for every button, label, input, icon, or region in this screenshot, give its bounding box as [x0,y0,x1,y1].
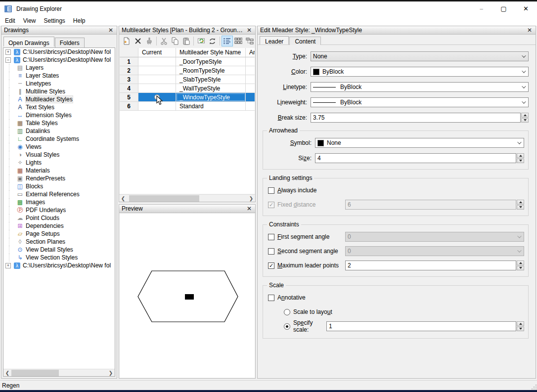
spin-up-icon[interactable] [517,261,524,265]
style-name-cell[interactable]: _DoorTypeStyle [176,57,246,66]
icons-view-button[interactable] [233,36,244,46]
scroll-right-icon[interactable]: ❯ [247,195,255,202]
maximum-leader-points-spinner[interactable]: 2 [345,261,524,270]
tree-item-datalinks[interactable]: ▥Datalinks [3,127,115,135]
spin-up-icon[interactable] [517,153,524,158]
type-combo[interactable]: None [311,51,529,61]
linetype-combo[interactable]: ByBlock [311,82,529,92]
spin-up-icon[interactable] [521,113,529,118]
refresh-button[interactable] [207,36,218,46]
tree-item-views[interactable]: ◉Views [3,143,115,151]
current-cell[interactable] [138,75,176,84]
scroll-left-icon[interactable]: ❮ [3,369,11,377]
menu-edit[interactable]: Edit [1,16,19,25]
color-combo[interactable]: ByBlock [311,67,529,77]
table-row[interactable]: 4_WallTypeStyle [120,84,255,93]
resize-grip[interactable] [531,384,537,390]
current-cell[interactable] [138,93,176,101]
annotative-cell[interactable] [246,57,255,66]
spin-down-icon[interactable] [517,266,524,271]
column-header-Multileader Style Name[interactable]: Multileader Style Name [176,48,246,57]
tree-item-view-section-styles[interactable]: ↳View Section Styles [3,254,115,261]
specify-scale-spinner[interactable]: 1 [326,321,524,331]
style-name-cell[interactable]: _WindowTypeStyle [176,93,246,101]
tree-item-c-users-bricsys-desktop-new-fo[interactable]: +λC:\Users\bricsys\Desktop\New fol [3,261,115,269]
first-segment-angle-checkbox[interactable] [268,234,274,240]
paste-button[interactable] [181,36,192,46]
tree-item-pdf-underlays[interactable]: ⓅPDF Underlays [3,206,115,214]
tab-open-drawings[interactable]: Open Drawings [3,37,54,46]
new-style-button[interactable] [121,36,133,46]
close-button[interactable]: ✕ [515,1,537,16]
tree-item-dependencies[interactable]: ⊞Dependencies [3,222,115,230]
details-view-button[interactable] [222,36,233,46]
current-style-radio[interactable] [154,94,160,100]
menu-help[interactable]: Help [69,16,90,25]
tree-item-dimension-styles[interactable]: ↔Dimension Styles [3,111,115,119]
column-header-Ann[interactable]: Ann [246,48,255,57]
tree-item-visual-styles[interactable]: ◑Visual Styles [3,151,115,159]
tree-item-section-planes[interactable]: ◊Section Planes [3,238,115,246]
tree-item-page-setups[interactable]: ▱Page Setups [3,230,115,238]
spin-down-icon[interactable] [517,327,524,332]
tree-item-linetypes[interactable]: ┄Linetypes [3,80,115,87]
column-header-Current[interactable]: Current [138,48,176,57]
spin-down-icon[interactable] [517,159,524,164]
delete-style-button[interactable] [133,36,144,46]
tree-item-text-styles[interactable]: AText Styles [3,103,115,111]
tree-item-c-users-bricsys-desktop-new-fo[interactable]: −λC:\Users\bricsys\Desktop\New fol [3,56,115,64]
table-row[interactable]: 3_SlabTypeStyle [120,75,255,84]
scale-to-layout-radio[interactable] [284,309,290,315]
current-cell[interactable] [138,102,176,110]
tree-item-external-references[interactable]: ▭External References [3,190,115,198]
scrollbar-thumb[interactable] [11,370,59,376]
spin-down-icon[interactable] [521,118,529,123]
expand-icon[interactable]: + [5,49,11,55]
tree-item-layers[interactable]: ▤Layers [3,64,115,72]
spin-up-icon[interactable] [517,321,524,326]
tree-item-materials[interactable]: ▦Materials [3,167,115,174]
expand-icon[interactable]: + [5,263,11,268]
table-row[interactable]: 6Standard [120,102,255,111]
break-size-spinner[interactable]: 3.75 [311,113,529,123]
table-row[interactable]: 2_RoomTypeStyle [120,66,255,75]
tree-item-view-detail-styles[interactable]: ⊙View Detail Styles [3,246,115,254]
menu-view[interactable]: View [19,16,40,25]
current-cell[interactable] [138,66,176,75]
tab-content[interactable]: Content [289,37,321,45]
annotative-cell[interactable] [246,93,255,101]
maximum-leader-points-checkbox[interactable]: ✓ [268,262,274,269]
annotative-cell[interactable] [246,66,255,75]
tree-item-layer-states[interactable]: ≡Layer States [3,72,115,80]
scroll-right-icon[interactable]: ❯ [107,369,115,377]
purge-button[interactable] [143,36,155,46]
scrollbar-thumb[interactable] [129,195,199,202]
annotative-cell[interactable] [246,102,255,110]
tree-item-multiline-styles[interactable]: ∥Multiline Styles [3,87,115,95]
menu-settings[interactable]: Settings [40,16,69,25]
tree-item-blocks[interactable]: ◫Blocks [3,182,115,190]
spin-up-icon[interactable] [517,200,524,205]
scroll-left-icon[interactable]: ❮ [119,195,127,202]
tree-item-renderpresets[interactable]: ▣RenderPresets [3,174,115,182]
tree-item-multileader-styles[interactable]: AMultileader Styles [3,95,115,103]
close-icon[interactable]: ✕ [526,27,533,33]
current-cell[interactable] [138,57,176,66]
always-include-checkbox[interactable] [268,187,274,194]
style-name-cell[interactable]: _RoomTypeStyle [176,66,246,75]
tree-item-coordinate-systems[interactable]: ∟Coordinate Systems [3,135,115,143]
style-name-cell[interactable]: _WallTypeStyle [176,84,246,92]
tree-item-table-styles[interactable]: ▦Table Styles [3,119,115,127]
copy-button[interactable] [170,36,181,46]
column-header-row-number[interactable] [120,48,138,57]
close-icon[interactable]: ✕ [246,27,253,33]
style-name-cell[interactable]: Standard [176,102,246,110]
tree-view-button[interactable] [244,36,255,46]
tree-item-lights[interactable]: ✧Lights [3,159,115,167]
annotative-cell[interactable] [246,84,255,92]
set-current-button[interactable] [195,36,207,46]
annotative-cell[interactable] [246,75,255,84]
current-cell[interactable] [138,84,176,92]
spin-down-icon[interactable] [517,205,524,210]
specify-scale-radio[interactable] [284,323,290,330]
